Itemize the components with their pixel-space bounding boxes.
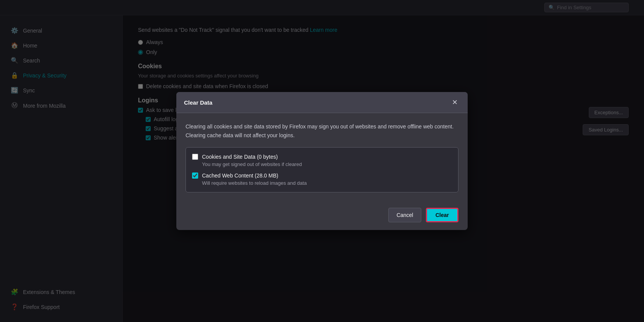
data-options-box: Cookies and Site Data (0 bytes) You may … [186, 147, 458, 192]
dialog-footer: Cancel Clear [176, 208, 468, 230]
dialog-close-button[interactable]: ✕ [450, 97, 460, 107]
cookies-option: Cookies and Site Data (0 bytes) You may … [192, 154, 452, 167]
dialog-warning-text: Clearing all cookies and site data store… [186, 122, 458, 140]
cache-option-desc: Will require websites to reload images a… [202, 180, 452, 186]
cookies-option-label: Cookies and Site Data (0 bytes) [202, 154, 278, 160]
dialog-header: Clear Data ✕ [176, 92, 468, 113]
cancel-button[interactable]: Cancel [388, 208, 421, 222]
dialog-body: Clearing all cookies and site data store… [176, 113, 468, 208]
cache-option-checkbox[interactable] [192, 172, 198, 179]
dialog-title: Clear Data [184, 99, 212, 106]
cache-option-label: Cached Web Content (28.0 MB) [202, 172, 278, 179]
cookies-option-desc: You may get signed out of websites if cl… [202, 161, 452, 167]
clear-data-dialog: Clear Data ✕ Clearing all cookies and si… [176, 92, 468, 230]
modal-overlay: Clear Data ✕ Clearing all cookies and si… [0, 0, 644, 322]
cache-option: Cached Web Content (28.0 MB) Will requir… [192, 172, 452, 186]
clear-button[interactable]: Clear [426, 208, 458, 222]
cookies-option-checkbox[interactable] [192, 154, 198, 160]
